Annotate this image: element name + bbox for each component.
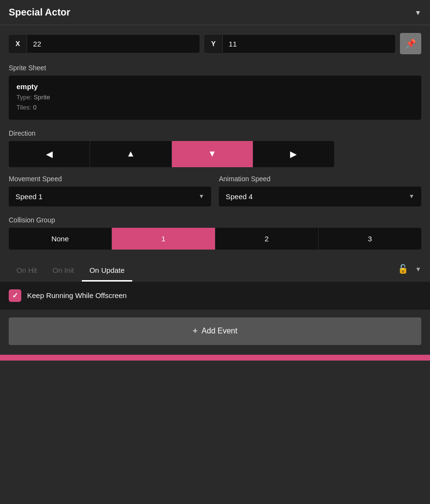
- lock-icon[interactable]: 🔓: [398, 264, 408, 274]
- direction-group: ◀ ▲ ▼ ▶: [9, 141, 334, 167]
- add-event-area: + Add Event: [0, 310, 430, 353]
- tab-on-init[interactable]: On Init: [45, 261, 82, 282]
- position-row: X Y 📌: [0, 25, 430, 62]
- panel-title: Special Actor: [9, 7, 70, 18]
- animation-speed-select[interactable]: Speed 1 Speed 2 Speed 3 Speed 4 Speed 5: [219, 187, 421, 206]
- direction-section: Direction ◀ ▲ ▼ ▶: [0, 127, 430, 175]
- x-coord-group: X: [9, 35, 200, 53]
- sprite-sheet-section: Sprite Sheet empty Type: Sprite Tiles: 0: [0, 62, 430, 127]
- y-label: Y: [204, 35, 223, 52]
- x-label: X: [9, 35, 27, 52]
- tab-on-hit[interactable]: On Hit: [9, 261, 45, 282]
- sprite-type-label: Type:: [16, 94, 32, 101]
- tabs-right-controls: 🔓 ▼: [398, 264, 421, 278]
- panel-collapse-chevron[interactable]: ▼: [415, 9, 421, 16]
- dir-up-button[interactable]: ▲: [90, 141, 171, 167]
- tabs-row: On Hit On Init On Update 🔓 ▼: [0, 257, 430, 282]
- pin-icon: 📌: [405, 38, 416, 49]
- animation-speed-wrapper: Speed 1 Speed 2 Speed 3 Speed 4 Speed 5: [219, 187, 421, 206]
- add-event-label: Add Event: [201, 327, 237, 335]
- dir-left-button[interactable]: ◀: [9, 141, 90, 167]
- bottom-pink-bar: [0, 355, 430, 361]
- keep-running-row: ✓ Keep Running While Offscreen: [9, 289, 421, 302]
- sprite-meta: Type: Sprite Tiles: 0: [16, 93, 414, 113]
- sprite-sheet-label: Sprite Sheet: [9, 62, 421, 72]
- dir-right-button[interactable]: ▶: [253, 141, 334, 167]
- checkmark-icon: ✓: [12, 291, 18, 300]
- y-input[interactable]: [223, 35, 395, 53]
- sprite-tiles-value: 0: [33, 104, 36, 111]
- x-input[interactable]: [27, 35, 200, 53]
- add-event-button[interactable]: + Add Event: [9, 317, 421, 345]
- keep-running-label: Keep Running While Offscreen: [27, 291, 127, 299]
- pin-button[interactable]: 📌: [400, 33, 421, 54]
- dir-down-button[interactable]: ▼: [172, 141, 253, 167]
- collision-2-button[interactable]: 2: [215, 228, 319, 250]
- collision-label: Collision Group: [9, 214, 421, 224]
- keep-running-checkbox[interactable]: ✓: [9, 289, 21, 302]
- panel-header: Special Actor ▼: [0, 0, 430, 25]
- collision-1-button[interactable]: 1: [112, 228, 215, 250]
- collision-section: Collision Group None 1 2 3: [0, 214, 430, 257]
- speed-row: Movement Speed Speed 1 Speed 2 Speed 3 S…: [0, 175, 430, 214]
- movement-speed-select[interactable]: Speed 1 Speed 2 Speed 3 Speed 4 Speed 5: [9, 187, 211, 206]
- movement-speed-group: Movement Speed Speed 1 Speed 2 Speed 3 S…: [9, 175, 211, 206]
- checkbox-area: ✓ Keep Running While Offscreen: [0, 282, 430, 310]
- sprite-name: empty: [16, 82, 414, 91]
- plus-icon: +: [193, 326, 198, 336]
- collision-none-button[interactable]: None: [9, 228, 112, 250]
- animation-speed-group: Animation Speed Speed 1 Speed 2 Speed 3 …: [219, 175, 421, 206]
- special-actor-panel: Special Actor ▼ X Y 📌 Sprite Sheet empty…: [0, 0, 430, 361]
- collision-3-button[interactable]: 3: [319, 228, 421, 250]
- tabs-chevron[interactable]: ▼: [415, 266, 421, 273]
- sprite-sheet-box[interactable]: empty Type: Sprite Tiles: 0: [9, 76, 421, 120]
- sprite-tiles-label: Tiles:: [16, 104, 31, 111]
- animation-speed-label: Animation Speed: [219, 175, 421, 183]
- sprite-type-value: Sprite: [33, 94, 50, 101]
- y-coord-group: Y: [204, 35, 395, 53]
- movement-speed-wrapper: Speed 1 Speed 2 Speed 3 Speed 4 Speed 5: [9, 187, 211, 206]
- movement-speed-label: Movement Speed: [9, 175, 211, 183]
- direction-label: Direction: [9, 127, 421, 137]
- collision-group-buttons: None 1 2 3: [9, 228, 421, 250]
- tab-on-update[interactable]: On Update: [82, 261, 133, 282]
